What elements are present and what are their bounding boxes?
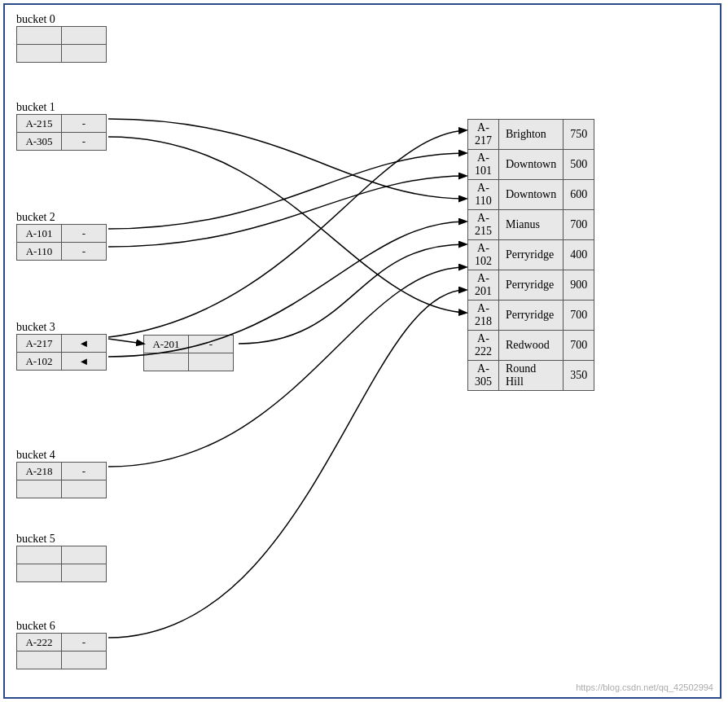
bucket-4-label: bucket 4	[16, 449, 107, 462]
acct-6: A-201	[468, 270, 499, 301]
b4-empty1	[17, 480, 62, 498]
b3-ptr2: ◄	[62, 353, 107, 371]
acct-7: A-218	[468, 301, 499, 331]
bucket-2-table: A-101- A-110-	[16, 224, 107, 261]
bucket-3-label: bucket 3	[16, 321, 107, 334]
overflow-entry1: A-201	[144, 336, 189, 353]
arrow-b3-a217	[108, 130, 466, 337]
b1-entry2: A-305	[17, 133, 62, 151]
balance-7: 700	[564, 301, 594, 331]
b2-ptr1: -	[62, 225, 107, 243]
bucket-2-label: bucket 2	[16, 211, 107, 224]
acct-9: A-305	[468, 361, 499, 391]
balance-8: 700	[564, 331, 594, 361]
result-row-1: A-217 Brighton 750	[468, 120, 594, 150]
arrow-b2-a101	[108, 153, 466, 229]
result-table: A-217 Brighton 750 A-101 Downtown 500 A-…	[467, 119, 594, 391]
bucket-3-overflow: A-201-	[143, 335, 234, 371]
b4-empty2	[62, 480, 107, 498]
bucket-0-table	[16, 26, 107, 63]
bucket-0-label: bucket 0	[16, 13, 107, 26]
b4-entry1: A-218	[17, 463, 62, 480]
b4-ptr1: -	[62, 463, 107, 480]
result-row-4: A-215 Mianus 700	[468, 210, 594, 240]
result-row-6: A-201 Perryridge 900	[468, 270, 594, 301]
acct-5: A-102	[468, 240, 499, 270]
balance-9: 350	[564, 361, 594, 391]
b2-ptr2: -	[62, 243, 107, 261]
branch-5: Perryridge	[499, 240, 564, 270]
branch-4: Mianus	[499, 210, 564, 240]
bucket-2: bucket 2 A-101- A-110-	[16, 211, 107, 261]
acct-4: A-215	[468, 210, 499, 240]
acct-3: A-110	[468, 180, 499, 210]
b1-entry1: A-215	[17, 115, 62, 133]
result-row-3: A-110 Downtown 600	[468, 180, 594, 210]
bucket-3-table: A-217◄ A-102◄	[16, 334, 107, 371]
acct-2: A-101	[468, 150, 499, 180]
branch-8: Redwood	[499, 331, 564, 361]
result-row-5: A-102 Perryridge 400	[468, 240, 594, 270]
arrows-svg	[5, 5, 723, 700]
bucket-5: bucket 5	[16, 533, 107, 582]
branch-7: Perryridge	[499, 301, 564, 331]
arrow-b1-a215	[108, 119, 466, 199]
watermark: https://blog.csdn.net/qq_42502994	[576, 682, 713, 692]
result-row-7: A-218 Perryridge 700	[468, 301, 594, 331]
b6-ptr1: -	[62, 634, 107, 652]
bucket-1-label: bucket 1	[16, 101, 107, 114]
b3-entry2: A-102	[17, 353, 62, 371]
overflow-table: A-201-	[143, 335, 234, 371]
bucket-0: bucket 0	[16, 13, 107, 63]
main-border: bucket 0 bucket 1 A-215- A-305- bucket 2…	[3, 3, 721, 699]
bucket-1: bucket 1 A-215- A-305-	[16, 101, 107, 151]
balance-1: 750	[564, 120, 594, 150]
branch-1: Brighton	[499, 120, 564, 150]
balance-6: 900	[564, 270, 594, 301]
bucket-1-table: A-215- A-305-	[16, 114, 107, 151]
bucket-4-table: A-218-	[16, 462, 107, 498]
bucket-5-label: bucket 5	[16, 533, 107, 546]
b6-empty2	[62, 652, 107, 669]
result-row-2: A-101 Downtown 500	[468, 150, 594, 180]
balance-5: 400	[564, 240, 594, 270]
b1-ptr1: -	[62, 115, 107, 133]
balance-4: 700	[564, 210, 594, 240]
bucket-5-table	[16, 546, 107, 582]
b3-ptr1: ◄	[62, 335, 107, 353]
overflow-empty2	[189, 353, 234, 371]
result-row-9: A-305 Round Hill 350	[468, 361, 594, 391]
b1-ptr2: -	[62, 133, 107, 151]
b6-entry1: A-222	[17, 634, 62, 652]
b6-empty1	[17, 652, 62, 669]
acct-8: A-222	[468, 331, 499, 361]
balance-2: 500	[564, 150, 594, 180]
branch-9: Round Hill	[499, 361, 564, 391]
b3-entry1: A-217	[17, 335, 62, 353]
overflow-empty1	[144, 353, 189, 371]
arrow-b3-overflow	[108, 339, 143, 344]
arrow-b2-a110	[108, 176, 466, 247]
bucket-6-table: A-222-	[16, 633, 107, 669]
b2-entry1: A-101	[17, 225, 62, 243]
b2-entry2: A-110	[17, 243, 62, 261]
arrow-b1-a305	[108, 137, 466, 313]
bucket-3: bucket 3 A-217◄ A-102◄	[16, 321, 107, 371]
result-row-8: A-222 Redwood 700	[468, 331, 594, 361]
branch-6: Perryridge	[499, 270, 564, 301]
branch-3: Downtown	[499, 180, 564, 210]
bucket-6: bucket 6 A-222-	[16, 620, 107, 669]
arrow-overflow-a201	[239, 244, 466, 344]
acct-1: A-217	[468, 120, 499, 150]
overflow-ptr1: -	[189, 336, 234, 353]
bucket-4: bucket 4 A-218-	[16, 449, 107, 498]
branch-2: Downtown	[499, 150, 564, 180]
balance-3: 600	[564, 180, 594, 210]
bucket-6-label: bucket 6	[16, 620, 107, 633]
